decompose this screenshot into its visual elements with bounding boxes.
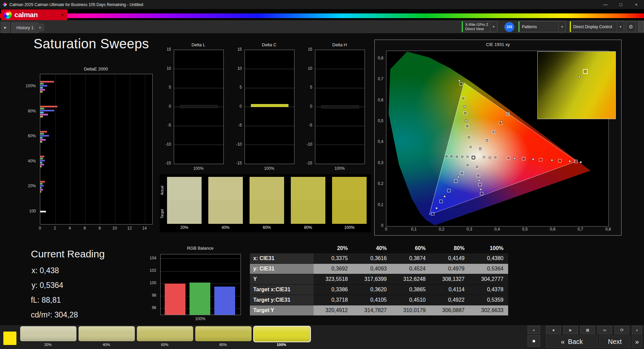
- swatch-60%: [250, 177, 284, 224]
- pattern-tile-80%[interactable]: [195, 326, 252, 342]
- tick-label: 80%: [28, 109, 36, 113]
- add-tab-button[interactable]: +: [36, 23, 44, 32]
- deltae-bar: [40, 114, 48, 115]
- table-cell: 320,4912: [314, 305, 353, 315]
- tick-label: 12: [124, 226, 135, 231]
- rgb-balance-x-label: 100%: [160, 316, 240, 321]
- panel-up-button[interactable]: ▲: [528, 326, 540, 334]
- cie-title: CIE 1931 xy: [375, 42, 621, 47]
- calman-app: Calman 2025 Calman Ultimate for Business…: [0, 0, 644, 349]
- report-button[interactable]: ▦: [580, 326, 595, 334]
- tick-label: 102: [150, 268, 156, 273]
- swatch-80%: [291, 177, 325, 224]
- tick-label: 20%: [28, 184, 36, 188]
- tick-label: 0,1: [378, 202, 383, 207]
- table-row[interactable]: Y323,5518317,6399312,6248308,1327304,277…: [250, 274, 509, 284]
- gridline: [100, 74, 100, 224]
- tick-label: 0,4: [378, 139, 383, 144]
- deltae-bar: [40, 83, 44, 85]
- restore-button[interactable]: □: [613, 0, 629, 9]
- pattern-tile-label: 60%: [137, 343, 193, 347]
- table-cell: 0,4105: [353, 295, 391, 305]
- tab-history-1[interactable]: History 1: [11, 22, 39, 33]
- tick-label: -10: [307, 142, 312, 147]
- close-button[interactable]: ×: [629, 0, 644, 9]
- swatch-label: 100%: [332, 225, 367, 230]
- deltae-bar: [40, 187, 42, 189]
- table-cell: 0,3386: [314, 285, 353, 295]
- next-chevron-button[interactable]: »: [632, 336, 642, 348]
- minimize-button[interactable]: —: [598, 0, 613, 9]
- stop-button[interactable]: ■: [546, 326, 561, 334]
- cie-1931-panel: CIE 1931 xy 0,80,70,60,50,40,30,20,10 00…: [374, 40, 622, 236]
- display-control-dropdown[interactable]: Direct Display Control ▼: [570, 21, 624, 32]
- pattern-tile-40%[interactable]: [78, 326, 135, 342]
- pattern-tile-100%[interactable]: [253, 326, 311, 342]
- calman-menu-button[interactable]: calman ▼: [1, 9, 67, 20]
- table-cell: 0,4922: [430, 295, 469, 305]
- table-row[interactable]: x: CIE310,33750,36160,38740,41490,4380: [250, 253, 509, 263]
- gridline: [315, 145, 365, 145]
- pattern-window-button[interactable]: ■: [528, 335, 540, 347]
- table-cell: 0,4149: [430, 253, 469, 263]
- tick-label: 0,4: [491, 227, 503, 232]
- delta_c-chart: [245, 50, 294, 164]
- toolbar-overflow-button[interactable]: [638, 21, 644, 32]
- gridline: [315, 88, 365, 88]
- tick-label: 0,5: [378, 118, 383, 123]
- link-button[interactable]: ∞: [597, 326, 612, 334]
- next-button[interactable]: Next: [599, 336, 630, 348]
- reading-y: y: 0,5364: [32, 281, 63, 290]
- settings-gear-button[interactable]: ⚙: [626, 21, 636, 32]
- tick-label: 0: [380, 227, 392, 232]
- table-header-row: 20%40%60%80%100%: [250, 244, 509, 253]
- back-button[interactable]: « Back: [546, 336, 598, 348]
- table-cell: 306,0887: [430, 305, 469, 315]
- table-row[interactable]: y: CIE310,36920,40930,45240,49790,5364: [250, 264, 509, 274]
- chevron-down-icon: ▼: [558, 21, 566, 32]
- tick-label: 104: [150, 256, 156, 260]
- window-title: Calman 2025 Calman Ultimate for Business…: [9, 2, 143, 7]
- deltae-bar: [40, 162, 42, 163]
- tab-scroll-button[interactable]: ▶: [1, 22, 10, 33]
- meter-dropdown[interactable]: X-Rite i1Pro 2 Direct View ▼: [462, 21, 497, 32]
- deltae-bar: [40, 81, 54, 83]
- tick-label: 2: [50, 226, 60, 231]
- table-row[interactable]: Target y:CIE310,37180,41050,45100,49220,…: [250, 295, 509, 305]
- tick-label: 40%: [28, 159, 36, 163]
- delta-h-x-label: 100%: [315, 166, 364, 171]
- deltae-bar: [40, 89, 45, 91]
- refresh-button[interactable]: ⟳: [614, 326, 629, 334]
- rgb-bar-blue: [214, 287, 235, 315]
- inset-measured-dot: [578, 76, 581, 78]
- deltae2000-y-axis: 100%80%60%40%20%100: [18, 74, 38, 224]
- scroll-up-button[interactable]: ▲: [632, 326, 642, 334]
- pattern-tile-20%[interactable]: [20, 326, 77, 342]
- inset-shade: [538, 52, 615, 119]
- table-cell: 0,3620: [353, 285, 391, 295]
- rgb-bar-red: [165, 284, 185, 315]
- patterns-dropdown[interactable]: Patterns ▼: [518, 21, 566, 32]
- pattern-tile-60%[interactable]: [137, 326, 194, 342]
- table-row[interactable]: Target x:CIE310,33860,36200,38650,41140,…: [250, 285, 509, 295]
- swatch-20%: [167, 177, 202, 224]
- delta-l-title: Delta L: [174, 42, 223, 47]
- tick-label: 0: [35, 226, 45, 231]
- meter-status-badge[interactable]: 233: [504, 22, 514, 32]
- pattern-tile-label: 80%: [195, 343, 251, 347]
- gridline: [245, 88, 294, 88]
- tick-label: 0,6: [378, 98, 383, 102]
- tick-label: 0,8: [378, 56, 383, 60]
- delta_l-y-axis: 151050-5-10-15: [160, 50, 172, 163]
- tick-label: 0,7: [574, 227, 586, 232]
- deltae-bar: [40, 191, 41, 193]
- deltae-bar: [40, 185, 44, 187]
- reading-cdm2: cd/m²: 304,28: [31, 310, 78, 319]
- table-row[interactable]: Target Y320,4912314,7827310,0179306,0887…: [250, 305, 509, 315]
- pattern-tile-label: 100%: [253, 343, 310, 347]
- actual-label: Actual: [160, 180, 166, 200]
- cie-y-axis: 0,80,70,60,50,40,30,20,10: [375, 51, 385, 226]
- current-pattern-swatch: [3, 332, 16, 345]
- play-button[interactable]: ▶: [563, 326, 578, 334]
- deltae-bar: [40, 141, 42, 143]
